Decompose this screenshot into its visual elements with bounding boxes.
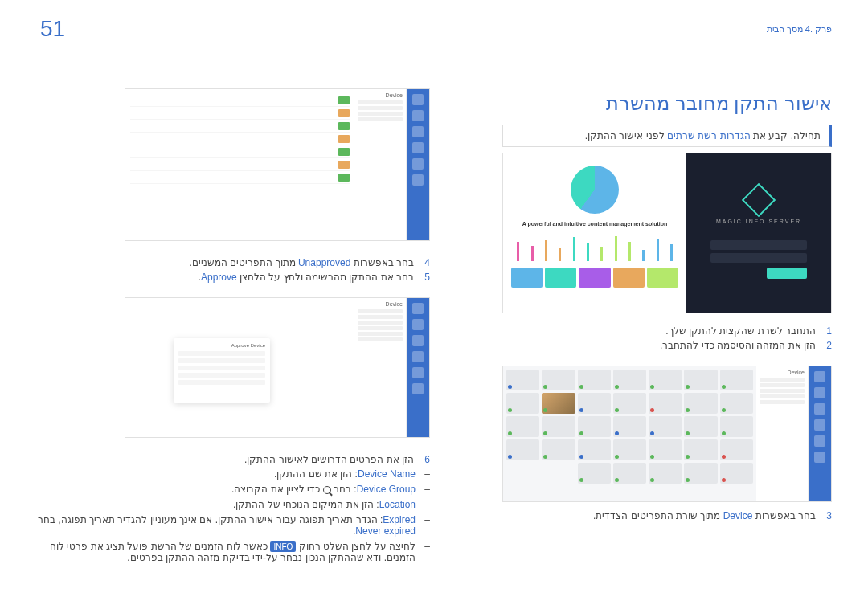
step-num: 1 xyxy=(822,325,832,337)
approve-popup: Approve Device xyxy=(174,338,270,403)
info-highlight: הגדרות רשת שרתים xyxy=(667,130,751,141)
sidebar-icon xyxy=(814,452,825,463)
screenshot-approve-popup: Device Approve Device xyxy=(125,297,430,438)
pie-chart-icon xyxy=(571,166,619,214)
sidebar-icon xyxy=(412,174,424,186)
steps-1-2: 1התחבר לשרת שהקצית להתקן שלך. 2הזן את המ… xyxy=(502,325,832,354)
info-suffix: לפני אישור ההתקן. xyxy=(585,130,667,141)
info-badge: INFO xyxy=(270,541,296,552)
step-text: הזן את הפרטים הדרושים לאישור ההתקן. xyxy=(244,454,414,465)
breadcrumb: פרק .4 מסך הבית xyxy=(767,24,832,35)
panel-title: Device xyxy=(760,370,805,375)
popup-title: Approve Device xyxy=(178,343,265,348)
step-text: בחר באפשרות Device מתוך שורת התפריטים הצ… xyxy=(593,510,816,521)
step-text: הזן את המזהה והסיסמה כדי להתחבר. xyxy=(660,340,816,351)
step-num: 4 xyxy=(420,257,430,268)
page-title: אישור התקן מחובר מהשרת xyxy=(606,92,832,115)
screenshot-device-grid: Device xyxy=(502,366,832,502)
tagline: A powerful and intuitive content managem… xyxy=(511,221,678,227)
search-icon xyxy=(323,486,331,494)
step-3: 3בחר באפשרות Device מתוך שורת התפריטים ה… xyxy=(502,510,832,525)
page-number: 51 xyxy=(40,16,65,42)
login-button xyxy=(767,268,807,279)
sidebar-icon xyxy=(814,419,825,431)
step-text: בחר באפשרות Unapproved מתוך התפריטים המש… xyxy=(190,257,414,268)
step-text: בחר את ההתקן מהרשימה ולחץ על הלחצן Appro… xyxy=(199,272,414,283)
step-6-details: 6הזן את הפרטים הדרושים לאישור ההתקן. –De… xyxy=(36,454,430,567)
panel-title: Device xyxy=(358,301,403,307)
step-text: התחבר לשרת שהקצית להתקן שלך. xyxy=(665,325,816,337)
sidebar-icon xyxy=(412,335,424,346)
sidebar-icon xyxy=(412,110,424,121)
logo-icon xyxy=(742,182,776,216)
sidebar-icon xyxy=(814,403,825,415)
panel-title: Device xyxy=(358,92,403,98)
sidebar-icon xyxy=(412,319,424,330)
sidebar-icon xyxy=(412,383,424,394)
sidebar-icon xyxy=(412,367,424,378)
sidebar-icon xyxy=(412,126,424,137)
steps-4-5: 4בחר באפשרות Unapproved מתוך התפריטים המ… xyxy=(36,257,430,286)
step-num: 5 xyxy=(420,272,430,283)
screenshot-login: MAGIC INFO SERVER A powerful and intuiti… xyxy=(502,153,832,313)
login-id-input xyxy=(710,240,807,250)
sidebar-icon xyxy=(412,303,424,314)
sidebar-icon xyxy=(412,351,424,362)
sidebar-icon xyxy=(412,142,424,153)
screenshot-unapproved-list: Device xyxy=(125,88,430,241)
step-num: 3 xyxy=(822,510,832,521)
sidebar-icon xyxy=(814,371,825,382)
logo-text: MAGIC INFO SERVER xyxy=(716,219,801,224)
sidebar-icon xyxy=(412,94,424,105)
sidebar-icon xyxy=(814,387,825,398)
info-note: תחילה, קבע את הגדרות רשת שרתים לפני אישו… xyxy=(502,125,832,147)
sidebar-icon xyxy=(814,435,825,447)
login-pw-input xyxy=(710,253,807,263)
info-prefix: תחילה, קבע את xyxy=(751,130,821,141)
sidebar-icon xyxy=(412,158,424,170)
step-num: 6 xyxy=(420,454,430,465)
step-num: 2 xyxy=(822,340,832,351)
